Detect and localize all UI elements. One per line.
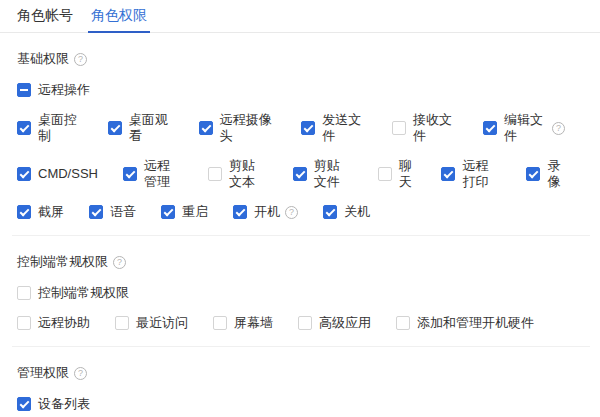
checkbox[interactable] xyxy=(378,167,392,181)
checkbox-label: 远程协助 xyxy=(38,315,90,331)
checkbox-label: 远程操作 xyxy=(38,82,90,98)
checkbox[interactable] xyxy=(123,167,137,181)
checkbox-label: 最近访问 xyxy=(136,315,188,331)
checkbox-item[interactable]: 编辑文件? xyxy=(483,112,565,144)
checkbox-row: 远程协助最近访问屏幕墙高级应用添加和管理开机硬件 xyxy=(17,315,590,331)
checkbox[interactable] xyxy=(526,167,540,181)
checkbox-label: 录像 xyxy=(547,158,565,190)
checkbox-item[interactable]: 远程协助 xyxy=(17,315,90,331)
checkbox-label: 剪贴文件 xyxy=(314,158,353,190)
tab-role-account[interactable]: 角色帐号 xyxy=(16,0,74,32)
checkbox-label: 控制端常规权限 xyxy=(38,285,129,301)
help-icon[interactable]: ? xyxy=(285,206,298,219)
checkbox-item[interactable]: 添加和管理开机硬件 xyxy=(396,315,534,331)
checkbox-row: CMD/SSH远程管理剪贴文本剪贴文件聊天远程打印录像 xyxy=(17,158,590,190)
section-divider xyxy=(12,346,590,347)
permissions-panel: 基础权限?远程操作桌面控制桌面观看远程摄像头发送文件接收文件编辑文件?CMD/S… xyxy=(0,50,600,417)
checkbox-label: 语音 xyxy=(110,204,136,220)
section-title: 管理权限? xyxy=(17,364,590,382)
checkbox[interactable] xyxy=(392,121,406,135)
checkbox-label: 桌面控制 xyxy=(38,112,83,144)
checkbox[interactable] xyxy=(17,397,31,411)
tab-role-permissions[interactable]: 角色权限 xyxy=(90,0,148,32)
checkbox[interactable] xyxy=(108,121,122,135)
checkbox-item[interactable]: 远程摄像头 xyxy=(199,112,277,144)
checkbox-label: 远程管理 xyxy=(144,158,183,190)
checkbox-row: 设备列表 xyxy=(17,396,590,412)
help-icon[interactable]: ? xyxy=(113,256,126,269)
checkbox-label: 开机 xyxy=(254,204,280,220)
section-divider xyxy=(12,235,590,236)
checkbox[interactable] xyxy=(17,286,31,300)
checkbox-item[interactable]: 屏幕墙 xyxy=(213,315,273,331)
checkbox[interactable] xyxy=(298,316,312,330)
checkbox-item[interactable]: 录像 xyxy=(526,158,565,190)
tab-bar: 角色帐号 角色权限 xyxy=(0,0,600,33)
checkbox-item[interactable]: 聊天 xyxy=(378,158,417,190)
checkbox-label: 截屏 xyxy=(38,204,64,220)
checkbox-item[interactable]: 桌面观看 xyxy=(108,112,174,144)
checkbox[interactable] xyxy=(199,121,213,135)
checkbox[interactable] xyxy=(89,205,103,219)
checkbox[interactable] xyxy=(161,205,175,219)
checkbox-label: 聊天 xyxy=(399,158,417,190)
checkbox-item[interactable]: 接收文件 xyxy=(392,112,458,144)
section-title-label: 控制端常规权限 xyxy=(17,253,108,271)
help-icon[interactable]: ? xyxy=(74,53,87,66)
checkbox-item[interactable]: 远程管理 xyxy=(123,158,183,190)
checkbox[interactable] xyxy=(17,205,31,219)
checkbox-label: 添加和管理开机硬件 xyxy=(417,315,534,331)
checkbox-item[interactable]: 剪贴文件 xyxy=(293,158,353,190)
checkbox[interactable] xyxy=(483,121,497,135)
checkbox-label: 远程摄像头 xyxy=(220,112,277,144)
checkbox-label: 剪贴文本 xyxy=(229,158,268,190)
checkbox-item[interactable]: 最近访问 xyxy=(115,315,188,331)
checkbox-row: 控制端常规权限 xyxy=(17,285,590,301)
checkbox-row: 截屏语音重启开机?关机 xyxy=(17,204,590,220)
section-title-label: 管理权限 xyxy=(17,364,69,382)
help-icon[interactable]: ? xyxy=(74,367,87,380)
checkbox-item[interactable]: 远程操作 xyxy=(17,82,90,98)
checkbox[interactable] xyxy=(396,316,410,330)
checkbox-label: CMD/SSH xyxy=(38,166,98,182)
checkbox-item[interactable]: 关机 xyxy=(323,204,370,220)
section-title: 基础权限? xyxy=(17,50,590,68)
checkbox-label: 屏幕墙 xyxy=(234,315,273,331)
checkbox-item[interactable]: 重启 xyxy=(161,204,208,220)
checkbox-item[interactable]: CMD/SSH xyxy=(17,166,98,182)
checkbox-label: 编辑文件 xyxy=(504,112,547,144)
checkbox[interactable] xyxy=(17,316,31,330)
checkbox[interactable] xyxy=(301,121,315,135)
checkbox-label: 重启 xyxy=(182,204,208,220)
checkbox-item[interactable]: 开机? xyxy=(233,204,298,220)
checkbox[interactable] xyxy=(17,167,31,181)
checkbox-label: 关机 xyxy=(344,204,370,220)
checkbox-label: 桌面观看 xyxy=(129,112,174,144)
checkbox-label: 高级应用 xyxy=(319,315,371,331)
checkbox[interactable] xyxy=(208,167,222,181)
checkbox-item[interactable]: 远程打印 xyxy=(441,158,501,190)
checkbox[interactable] xyxy=(441,167,455,181)
checkbox-item[interactable]: 控制端常规权限 xyxy=(17,285,129,301)
section-title-label: 基础权限 xyxy=(17,50,69,68)
section-title: 控制端常规权限? xyxy=(17,253,590,271)
checkbox-item[interactable]: 截屏 xyxy=(17,204,64,220)
checkbox[interactable] xyxy=(213,316,227,330)
checkbox-item[interactable]: 设备列表 xyxy=(17,396,90,412)
checkbox-item[interactable]: 语音 xyxy=(89,204,136,220)
checkbox-label: 接收文件 xyxy=(413,112,458,144)
checkbox[interactable] xyxy=(17,121,31,135)
checkbox[interactable] xyxy=(293,167,307,181)
checkbox-item[interactable]: 发送文件 xyxy=(301,112,367,144)
checkbox-item[interactable]: 高级应用 xyxy=(298,315,371,331)
checkbox-item[interactable]: 桌面控制 xyxy=(17,112,83,144)
checkbox[interactable] xyxy=(233,205,247,219)
checkbox[interactable] xyxy=(17,83,31,97)
checkbox-row: 桌面控制桌面观看远程摄像头发送文件接收文件编辑文件? xyxy=(17,112,590,144)
help-icon[interactable]: ? xyxy=(552,122,565,135)
checkbox-item[interactable]: 剪贴文本 xyxy=(208,158,268,190)
checkbox-label: 发送文件 xyxy=(322,112,367,144)
checkbox[interactable] xyxy=(115,316,129,330)
checkbox-row: 远程操作 xyxy=(17,82,590,98)
checkbox[interactable] xyxy=(323,205,337,219)
